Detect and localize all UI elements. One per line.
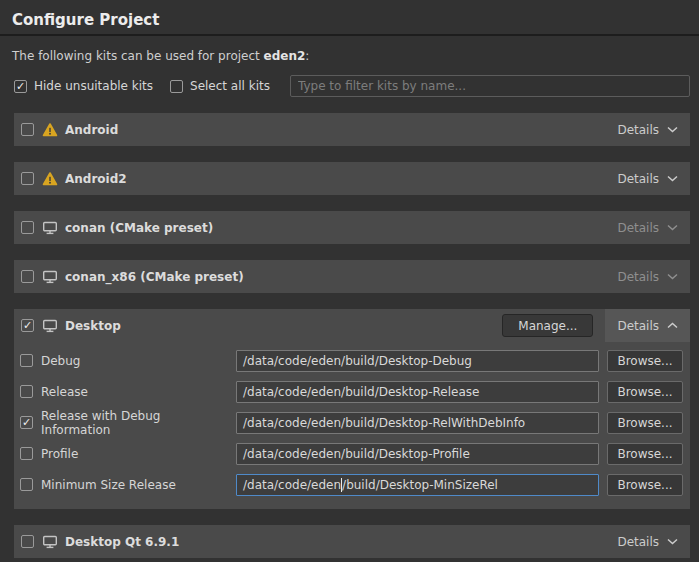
kit-checkbox[interactable] — [21, 319, 34, 332]
details-button[interactable]: Details — [617, 525, 678, 558]
build-config-label: Profile — [41, 447, 228, 461]
details-label: Details — [617, 123, 659, 137]
build-config-checkbox[interactable] — [20, 416, 33, 429]
kit-row-desktop: Desktop Manage... Details Debug /data/co… — [14, 309, 690, 509]
hide-unsuitable-kits-label: Hide unsuitable kits — [34, 79, 153, 93]
build-config-label: Release with Debug Information — [41, 409, 228, 437]
warning-icon — [42, 122, 58, 138]
select-all-kits-label: Select all kits — [190, 79, 270, 93]
build-dir-input[interactable]: /data/code/eden/build/Desktop-RelWithDeb… — [236, 412, 599, 434]
kit-filter-input[interactable] — [290, 75, 690, 97]
build-config-panel: Debug /data/code/eden/build/Desktop-Debu… — [14, 342, 690, 509]
build-config-label: Release — [41, 385, 228, 399]
kit-row-desktop-qt: Desktop Qt 6.9.1 Details — [14, 525, 690, 558]
chevron-down-icon — [667, 538, 678, 545]
build-config-checkbox[interactable] — [20, 385, 33, 398]
details-button[interactable]: Details — [605, 309, 690, 342]
build-dir-input[interactable]: /data/code/eden/build/Desktop-Debug — [236, 350, 599, 372]
text-cursor — [341, 478, 342, 492]
build-config-row: Release /data/code/eden/build/Desktop-Re… — [14, 376, 690, 407]
manage-button[interactable]: Manage... — [502, 314, 593, 337]
browse-button[interactable]: Browse... — [607, 443, 683, 465]
filter-controls: Hide unsuitable kits Select all kits — [14, 75, 690, 97]
kit-name: Desktop Qt 6.9.1 — [65, 535, 179, 549]
build-config-row: Minimum Size Release /data/code/eden/bui… — [14, 469, 690, 500]
desktop-icon — [42, 220, 58, 236]
kit-checkbox[interactable] — [21, 270, 34, 283]
desktop-icon — [42, 269, 58, 285]
browse-button[interactable]: Browse... — [607, 412, 683, 434]
kit-row-conan-x86: conan_x86 (CMake preset) Details — [14, 260, 690, 293]
browse-button[interactable]: Browse... — [607, 381, 683, 403]
details-label: Details — [617, 221, 659, 235]
kit-checkbox[interactable] — [21, 535, 34, 548]
build-config-label: Debug — [41, 354, 228, 368]
details-button[interactable]: Details — [617, 162, 678, 195]
kit-checkbox[interactable] — [21, 123, 34, 136]
details-button: Details — [617, 260, 678, 293]
build-config-row: Debug /data/code/eden/build/Desktop-Debu… — [14, 345, 690, 376]
details-label: Details — [617, 270, 659, 284]
desktop-icon — [42, 318, 58, 334]
kit-row-android2: Android2 Details — [14, 162, 690, 195]
kit-checkbox[interactable] — [21, 172, 34, 185]
build-dir-input[interactable]: /data/code/eden/build/Desktop-Profile — [236, 443, 599, 465]
chevron-up-icon — [667, 322, 678, 329]
kit-name: Android — [65, 123, 118, 137]
kit-checkbox[interactable] — [21, 221, 34, 234]
desktop-icon — [42, 534, 58, 550]
details-label: Details — [617, 535, 659, 549]
warning-icon — [42, 171, 58, 187]
page-title: Configure Project — [0, 0, 699, 34]
kit-name: conan (CMake preset) — [65, 221, 213, 235]
chevron-down-icon — [667, 175, 678, 182]
chevron-down-icon — [667, 126, 678, 133]
kits-info-text: The following kits can be used for proje… — [12, 49, 687, 63]
details-button: Details — [617, 211, 678, 244]
browse-button[interactable]: Browse... — [607, 350, 683, 372]
kit-name: Desktop — [65, 319, 121, 333]
details-label: Details — [617, 319, 659, 333]
kit-row-android: Android Details — [14, 113, 690, 146]
details-label: Details — [617, 172, 659, 186]
hide-unsuitable-kits-checkbox-group[interactable]: Hide unsuitable kits — [14, 79, 153, 93]
build-config-label: Minimum Size Release — [41, 478, 228, 492]
kit-name: Android2 — [65, 172, 127, 186]
project-name: eden2 — [264, 49, 306, 63]
build-dir-input[interactable]: /data/code/eden/build/Desktop-MinSizeRel — [236, 474, 599, 496]
build-config-checkbox[interactable] — [20, 478, 33, 491]
chevron-down-icon — [667, 273, 678, 280]
build-dir-input[interactable]: /data/code/eden/build/Desktop-Release — [236, 381, 599, 403]
select-all-kits-checkbox[interactable] — [170, 80, 183, 93]
select-all-kits-checkbox-group[interactable]: Select all kits — [170, 79, 270, 93]
kit-name: conan_x86 (CMake preset) — [65, 270, 244, 284]
build-config-row: Release with Debug Information /data/cod… — [14, 407, 690, 438]
details-button[interactable]: Details — [617, 113, 678, 146]
build-config-row: Profile /data/code/eden/build/Desktop-Pr… — [14, 438, 690, 469]
hide-unsuitable-kits-checkbox[interactable] — [14, 80, 27, 93]
browse-button[interactable]: Browse... — [607, 474, 683, 496]
build-config-checkbox[interactable] — [20, 354, 33, 367]
build-config-checkbox[interactable] — [20, 447, 33, 460]
title-divider — [0, 34, 699, 36]
chevron-down-icon — [667, 224, 678, 231]
kit-row-conan: conan (CMake preset) Details — [14, 211, 690, 244]
